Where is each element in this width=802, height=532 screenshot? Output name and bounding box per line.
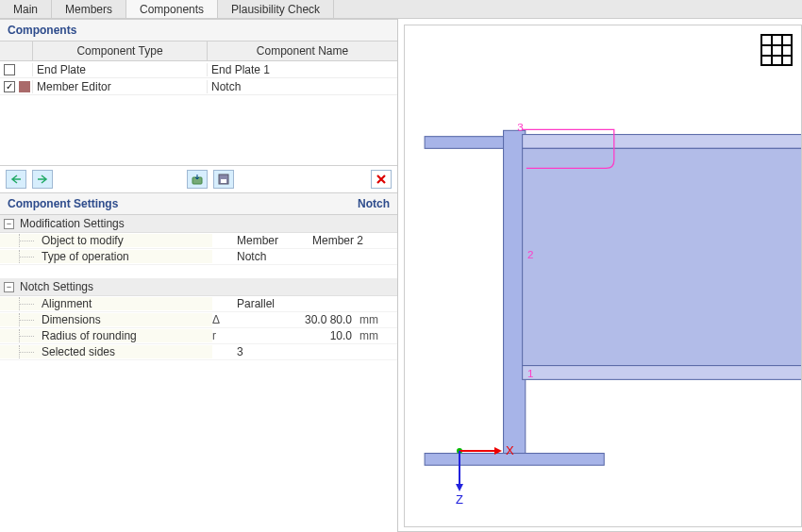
cell-name: End Plate 1 <box>208 63 397 76</box>
components-toolbar <box>0 165 397 192</box>
delete-icon[interactable] <box>371 170 392 189</box>
prop-label: Type of operation <box>0 250 212 263</box>
prop-value: Notch <box>237 250 312 263</box>
group-title: Notch Settings <box>20 280 93 293</box>
prop-symbol: Δ <box>212 313 237 326</box>
prop-value: 3 <box>237 345 312 358</box>
svg-rect-8 <box>523 366 802 380</box>
prop-symbol <box>212 234 237 247</box>
table-row[interactable]: End Plate End Plate 1 <box>0 61 397 78</box>
color-chip <box>19 64 30 75</box>
group-title: Modification Settings <box>20 217 125 230</box>
prop-row[interactable]: Selected sides 3 <box>0 344 397 360</box>
svg-rect-9 <box>761 35 792 65</box>
components-panel-title: Components <box>0 19 397 42</box>
table-row[interactable]: Member Editor Notch <box>0 78 397 95</box>
svg-rect-2 <box>221 179 226 183</box>
tab-main[interactable]: Main <box>0 0 52 18</box>
prop-row[interactable]: Dimensions Δ 30.0 80.0 mm <box>0 312 397 328</box>
prop-unit: mm <box>359 313 397 326</box>
components-header: Component Type Component Name <box>0 42 397 61</box>
prop-label: Alignment <box>0 297 212 310</box>
checkbox[interactable] <box>4 64 15 75</box>
annotation-1: 1 <box>527 367 533 379</box>
group-modification-settings[interactable]: − Modification Settings <box>0 215 397 233</box>
prop-value: Member <box>237 234 312 247</box>
checkbox[interactable] <box>4 81 15 92</box>
prop-label: Dimensions <box>0 313 212 326</box>
shift-right-icon[interactable] <box>32 170 53 189</box>
settings-tree: − Modification Settings Object to modify… <box>0 215 397 532</box>
tab-components[interactable]: Components <box>126 0 218 18</box>
prop-row[interactable]: Object to modify Member Member 2 <box>0 233 397 249</box>
cell-type: End Plate <box>32 63 208 76</box>
cell-name: Notch <box>208 80 397 93</box>
annotation-3: 3 <box>517 121 523 133</box>
model-viewport[interactable]: 3 2 1 X <box>404 25 802 527</box>
collapse-icon[interactable]: − <box>4 282 14 292</box>
col-component-type: Component Type <box>32 42 208 60</box>
top-tabs: Main Members Components Plausibility Che… <box>0 0 802 19</box>
view-grid-icon[interactable] <box>760 33 794 67</box>
settings-subject: Notch <box>358 197 390 210</box>
save-icon[interactable] <box>213 170 234 189</box>
prop-row[interactable]: Alignment Parallel <box>0 296 397 312</box>
prop-value-2: Member 2 <box>312 234 397 247</box>
prop-unit: mm <box>359 329 397 342</box>
prop-row[interactable]: Type of operation Notch <box>0 249 397 265</box>
group-notch-settings[interactable]: − Notch Settings <box>0 278 397 296</box>
components-list: End Plate End Plate 1 Member Editor Notc… <box>0 61 397 165</box>
prop-value: 30.0 80.0 <box>237 313 359 326</box>
shift-left-icon[interactable] <box>6 170 26 189</box>
settings-title: Component Settings <box>8 197 118 210</box>
svg-rect-5 <box>425 454 604 466</box>
prop-value: Parallel <box>237 297 312 310</box>
cell-type: Member Editor <box>32 80 208 93</box>
settings-title-bar: Component Settings Notch <box>0 192 397 215</box>
tab-members[interactable]: Members <box>52 0 126 18</box>
prop-label: Object to modify <box>0 234 212 247</box>
prop-label: Radius of rounding <box>0 329 212 342</box>
prop-symbol <box>212 250 237 263</box>
col-component-name: Component Name <box>208 42 397 60</box>
prop-label: Selected sides <box>0 345 212 358</box>
tab-plausibility-check[interactable]: Plausibility Check <box>218 0 334 18</box>
prop-symbol <box>212 297 237 310</box>
svg-rect-6 <box>523 135 802 149</box>
collapse-icon[interactable]: − <box>4 219 14 229</box>
annotation-2: 2 <box>527 248 533 260</box>
prop-symbol <box>212 345 237 358</box>
svg-rect-7 <box>523 148 802 365</box>
import-icon[interactable] <box>187 170 208 189</box>
color-chip <box>19 81 30 92</box>
prop-value: 10.0 <box>237 329 359 342</box>
prop-row[interactable]: Radius of rounding r 10.0 mm <box>0 328 397 344</box>
prop-symbol: r <box>212 329 237 342</box>
